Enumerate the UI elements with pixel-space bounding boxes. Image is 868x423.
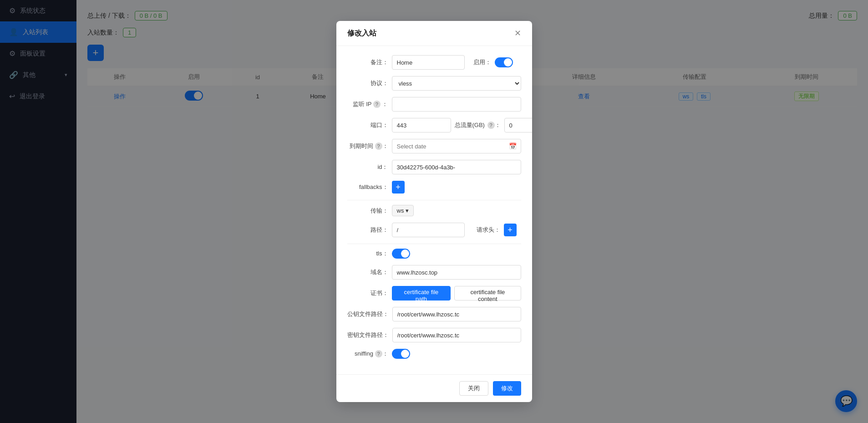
form-row-listen-ip: 监听 IP ? ： [347,97,521,112]
cert-file-path-button[interactable]: certificate file path [392,286,451,301]
protocol-select[interactable]: vless vmess trojan [392,76,521,91]
id-label: id： [347,163,388,171]
domain-input[interactable] [392,265,521,280]
form-row-protocol: 协议： vless vmess trojan [347,76,521,91]
cert-label: 证书： [347,289,388,297]
note-label: 备注： [347,58,388,66]
protocol-label: 协议： [347,79,388,87]
listen-ip-help[interactable]: ? [373,101,381,108]
fallbacks-label: fallbacks： [347,183,388,191]
modal-body: 备注： 启用： 协议： vless vmess trojan 监听 IP ? [336,46,532,374]
note-input[interactable] [392,55,465,70]
total-traffic-input[interactable] [504,118,532,133]
form-row-domain: 域名： [347,265,521,280]
fallbacks-add-button[interactable]: + [392,181,405,194]
chevron-icon: ▾ [406,207,409,214]
domain-label: 域名： [347,268,388,276]
request-header-add-button[interactable]: + [504,224,517,236]
enabled-label: 启用： [468,58,491,66]
form-row-tls: tls： [347,249,521,259]
form-row-private-key: 密钥文件路径： [347,328,521,342]
cert-file-content-button[interactable]: certificate file content [454,286,521,301]
form-row-sniffing: sniffing ?： [347,349,521,359]
traffic-help[interactable]: ? [487,122,495,129]
path-input[interactable] [392,223,465,237]
path-label: 路径： [347,226,388,234]
modal-footer: 关闭 修改 [336,374,532,402]
modal-submit-btn[interactable]: 修改 [493,381,521,396]
listen-ip-input[interactable] [392,97,521,112]
form-row-transport: 传输： ws ▾ [347,205,521,216]
sniffing-label: sniffing ?： [347,350,388,358]
form-row-expiry: 到期时间 ?： 📅 [347,139,521,153]
modal-close-btn[interactable]: 关闭 [459,381,488,396]
modal-header: 修改入站 ✕ [336,21,532,46]
modal-close-button[interactable]: ✕ [514,28,521,38]
sniffing-toggle[interactable] [392,349,410,359]
total-traffic-field-label: 总流量(GB) ?： [455,121,501,129]
form-row-path: 路径： 请求头： + [347,223,521,237]
form-row-cert: 证书： certificate file path certificate fi… [347,286,521,301]
transport-label: 传输： [347,207,388,215]
expiry-help[interactable]: ? [375,143,382,150]
expiry-input[interactable] [392,139,521,153]
modal-overlay: 修改入站 ✕ 备注： 启用： 协议： vless vmess trojan [0,0,868,423]
id-input[interactable] [392,160,521,174]
form-row-note: 备注： 启用： [347,55,521,70]
form-row-public-key: 公钥文件路径： [347,307,521,321]
public-key-label: 公钥文件路径： [347,310,389,318]
listen-ip-label: 监听 IP ? ： [347,100,388,108]
calendar-icon: 📅 [509,143,517,150]
tls-toggle[interactable] [392,249,410,259]
modal-edit-inbound: 修改入站 ✕ 备注： 启用： 协议： vless vmess trojan [336,21,532,402]
form-row-fallbacks: fallbacks： + [347,181,521,194]
transport-selector[interactable]: ws ▾ [392,205,414,216]
public-key-input[interactable] [392,307,521,321]
form-row-id: id： [347,160,521,174]
private-key-input[interactable] [392,328,521,342]
expiry-label: 到期时间 ?： [347,142,388,150]
port-label: 端口： [347,121,388,129]
private-key-label: 密钥文件路径： [347,331,389,339]
modal-title: 修改入站 [347,29,376,38]
port-input[interactable] [392,118,451,133]
sniffing-help[interactable]: ? [375,350,382,357]
request-header-label: 请求头： [468,226,500,234]
tls-label: tls： [347,250,388,258]
enabled-toggle[interactable] [495,57,513,67]
form-row-port: 端口： 总流量(GB) ?： [347,118,521,133]
